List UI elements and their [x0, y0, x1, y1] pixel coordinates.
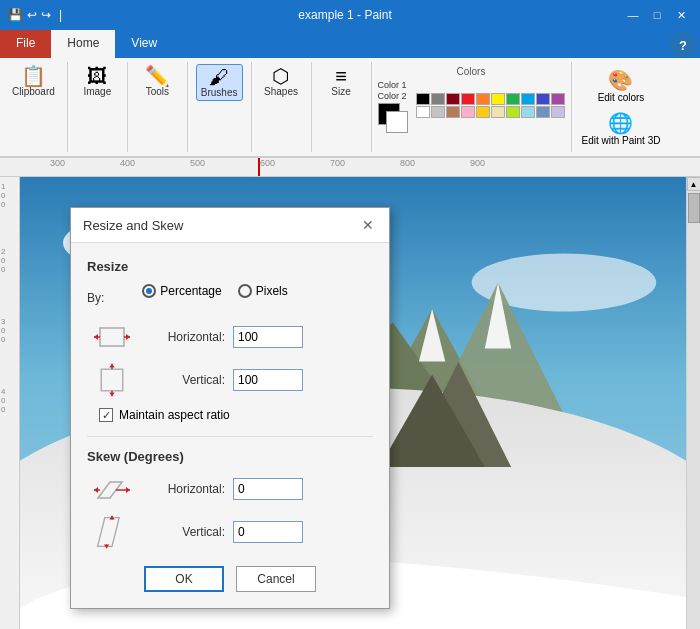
canvas-area[interactable]: Resize and Skew ✕ Resize By: Percentage: [20, 177, 686, 629]
quick-access-toolbar[interactable]: 💾 ↩ ↪: [8, 8, 51, 22]
brushes-button[interactable]: 🖌 Brushes: [196, 64, 243, 101]
image-icon: 🖼: [87, 66, 107, 86]
help-button[interactable]: ?: [670, 32, 696, 58]
color2-label: Color 2: [378, 91, 408, 101]
skew-vertical-input[interactable]: [233, 521, 303, 543]
maintain-aspect-row: ✓ Maintain aspect ratio: [99, 408, 373, 422]
svg-marker-19: [109, 364, 114, 368]
clipboard-items: 📋 Clipboard: [8, 64, 59, 150]
cancel-button[interactable]: Cancel: [236, 566, 316, 592]
ribbon-group-image: 🖼 Image: [68, 62, 128, 152]
save-icon[interactable]: 💾: [8, 8, 23, 22]
color-swatch-4[interactable]: [476, 93, 490, 105]
color-labels: Color 1 Color 2: [378, 80, 408, 101]
close-button[interactable]: ✕: [670, 4, 692, 26]
resize-v-icon-container: [87, 362, 137, 398]
color-swatch-8[interactable]: [536, 93, 550, 105]
minimize-button[interactable]: —: [622, 4, 644, 26]
color-swatch-14[interactable]: [476, 106, 490, 118]
resize-horizontal-input[interactable]: [233, 326, 303, 348]
maintain-aspect-checkbox[interactable]: ✓: [99, 408, 113, 422]
svg-marker-16: [126, 334, 130, 340]
v-mark-100: 100: [1, 182, 5, 209]
ribbon-group-brushes: 🖌 Brushes: [188, 62, 252, 152]
color-swatch-17[interactable]: [521, 106, 535, 118]
percentage-radio-circle: [142, 284, 156, 298]
svg-marker-26: [126, 487, 130, 493]
dialog-close-button[interactable]: ✕: [359, 216, 377, 234]
color-swatch-3[interactable]: [461, 93, 475, 105]
undo-icon[interactable]: ↩: [27, 8, 37, 22]
size-icon: ≡: [335, 66, 347, 86]
skew-v-icon-container: [87, 514, 137, 550]
vertical-scrollbar[interactable]: ▲ ▼: [686, 177, 700, 629]
color-swatch-15[interactable]: [491, 106, 505, 118]
resize-horizontal-icon: [92, 322, 132, 352]
color-swatch-6[interactable]: [506, 93, 520, 105]
ruler-mark-600: 600: [260, 158, 275, 168]
scroll-track[interactable]: [687, 191, 701, 629]
edit-colors-button[interactable]: 🎨 Edit colors: [594, 66, 649, 105]
shapes-button[interactable]: ⬡ Shapes: [260, 64, 302, 99]
resize-vertical-label: Vertical:: [145, 373, 225, 387]
v-ruler-content: 100 200 300 400: [0, 177, 19, 629]
ok-button[interactable]: OK: [144, 566, 224, 592]
image-button[interactable]: 🖼 Image: [79, 64, 115, 99]
resize-radio-group: Percentage Pixels: [142, 284, 287, 298]
scroll-thumb[interactable]: [688, 193, 700, 223]
tools-button[interactable]: ✏️ Tools: [141, 64, 174, 99]
color-swatch-9[interactable]: [551, 93, 565, 105]
window-controls[interactable]: — □ ✕: [622, 4, 692, 26]
selected-colors: Color 1 Color 2: [378, 80, 408, 133]
ruler-mark-400: 400: [120, 158, 135, 168]
maximize-button[interactable]: □: [646, 4, 668, 26]
svg-rect-12: [100, 328, 124, 346]
color-swatch-1[interactable]: [431, 93, 445, 105]
shapes-icon: ⬡: [272, 66, 289, 86]
resize-vertical-input[interactable]: [233, 369, 303, 391]
svg-marker-14: [94, 334, 98, 340]
svg-marker-24: [94, 487, 98, 493]
edit-paint3d-icon: 🌐: [608, 111, 633, 135]
color-swatch-19[interactable]: [551, 106, 565, 118]
edit-paint3d-button[interactable]: 🌐 Edit with Paint 3D: [578, 109, 665, 148]
by-label: By:: [87, 291, 104, 305]
tab-view[interactable]: View: [115, 30, 173, 58]
skew-horizontal-input[interactable]: [233, 478, 303, 500]
color2-box[interactable]: [386, 111, 408, 133]
svg-rect-17: [101, 369, 123, 391]
skew-vertical-icon: [92, 514, 132, 550]
size-button[interactable]: ≡ Size: [327, 64, 354, 99]
color-swatch-13[interactable]: [461, 106, 475, 118]
pixels-radio[interactable]: Pixels: [238, 284, 288, 298]
color-swatch-0[interactable]: [416, 93, 430, 105]
window-title: example 1 - Paint: [68, 8, 622, 22]
resize-h-icon-container: [87, 322, 137, 352]
color-swatch-18[interactable]: [536, 106, 550, 118]
edit-colors-icon: 🎨: [608, 68, 633, 92]
ruler-mark-800: 800: [400, 158, 415, 168]
color-swatch-16[interactable]: [506, 106, 520, 118]
color-swatch-12[interactable]: [446, 106, 460, 118]
ruler-mark-300: 300: [50, 158, 65, 168]
color-swatch-2[interactable]: [446, 93, 460, 105]
image-label: Image: [83, 86, 111, 97]
percentage-radio[interactable]: Percentage: [142, 284, 221, 298]
v-mark-400: 400: [1, 387, 5, 414]
svg-marker-27: [98, 518, 120, 547]
clipboard-button[interactable]: 📋 Clipboard: [8, 64, 59, 99]
tab-file[interactable]: File: [0, 30, 51, 58]
scroll-up-button[interactable]: ▲: [687, 177, 701, 191]
horizontal-ruler: 300 400 500 600 700 800 900: [0, 157, 700, 177]
ruler-content: 300 400 500 600 700 800 900: [20, 158, 700, 176]
color-swatch-7[interactable]: [521, 93, 535, 105]
color1-label: Color 1: [378, 80, 408, 90]
color-swatch-5[interactable]: [491, 93, 505, 105]
maintain-aspect-label: Maintain aspect ratio: [119, 408, 230, 422]
edit-section: 🎨 Edit colors 🌐 Edit with Paint 3D: [572, 62, 671, 152]
tab-home[interactable]: Home: [51, 30, 115, 58]
color-swatch-10[interactable]: [416, 106, 430, 118]
color-swatches-grid: [416, 93, 565, 120]
color-swatch-11[interactable]: [431, 106, 445, 118]
redo-icon[interactable]: ↪: [41, 8, 51, 22]
